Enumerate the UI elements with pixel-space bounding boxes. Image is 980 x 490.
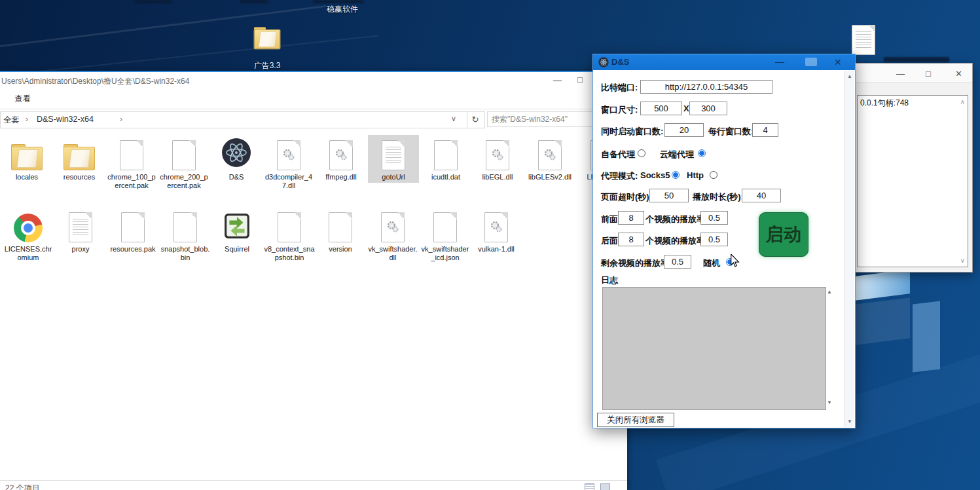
file-item[interactable]: LICENSES.chromium [3,207,54,263]
thumbnail-view-icon[interactable] [600,483,610,490]
side-title-bar [849,64,972,83]
file-label: gotoUrl [368,173,419,181]
play-duration-input[interactable] [742,189,781,202]
close-all-browsers-button[interactable]: 关闭所有浏览器 [597,413,674,427]
mouse-cursor [729,254,741,267]
window-height-input[interactable] [689,102,727,115]
minimize-button[interactable]: — [553,76,562,85]
handle-log-textarea[interactable]: 0.0.1句柄:748 ∧ ∨ [857,95,968,267]
file-item[interactable]: icudtl.dat [420,135,471,183]
maximize-button[interactable]: □ [577,75,583,84]
file-item[interactable]: resources [54,135,105,183]
dat-file-icon [434,140,458,170]
log-textarea[interactable] [602,287,826,410]
port-input[interactable] [640,80,772,94]
front-rate-label: 个视频的播放率: [645,214,708,225]
http-label: Http [687,170,704,180]
chevron-up-icon[interactable]: ∧ [960,98,965,105]
file-item[interactable]: Squirrel [211,207,263,255]
per-row-input[interactable] [752,123,778,137]
wallpaper-light-pane [850,269,910,301]
arrow-down-icon[interactable]: ▼ [847,419,852,424]
arrow-up-icon[interactable]: ▲ [847,73,852,79]
file-label: D&S [211,173,262,181]
window-width-input[interactable] [640,102,682,115]
dialog-title-bar[interactable]: D&S — ✕ [593,54,855,70]
breadcrumb-separator: › [120,115,122,124]
squirrel-icon [223,212,251,242]
http-radio[interactable] [710,171,717,179]
maximize-button[interactable]: □ [926,69,931,79]
dialog-scrollbar[interactable]: ▲ ▼ [844,71,854,427]
desktop-icon-label[interactable]: 稳赢软件 [306,4,378,15]
folder-icon [254,29,281,50]
file-item[interactable]: libGLESv2.dll [524,135,575,183]
file-item[interactable]: libEGL.dll [472,135,523,183]
file-item[interactable]: proxy [55,207,106,255]
text-file-icon [852,25,875,55]
back-rate-input[interactable] [700,233,728,246]
file-item[interactable]: locales [1,135,52,183]
play-duration-label: 播放时长(秒): [693,191,744,203]
window-size-label: 窗口尺寸: [601,104,638,116]
minimize-button[interactable]: — [775,56,784,67]
folder-icon [11,147,43,170]
own-proxy-radio[interactable] [638,149,645,157]
socks5-label: Socks5 [640,170,670,180]
file-item[interactable]: chrome_100_percent.pak [106,135,157,191]
log-line: 0.0.1句柄:748 [860,98,909,109]
file-item[interactable]: d3dcompiler_47.dll [263,135,314,191]
file-item[interactable]: vulkan-1.dll [471,207,522,255]
dll-file-icon [538,140,562,170]
chevron-down-icon[interactable]: ∨ [960,257,965,264]
file-item[interactable]: snapshot_blob.bin [160,207,211,263]
rest-rate-input[interactable] [664,255,691,269]
file-item[interactable]: version [315,207,366,255]
start-button[interactable]: 启动 [759,212,808,257]
cutoff-icon-label [134,0,172,3]
page-timeout-input[interactable] [649,189,689,202]
cloud-proxy-radio[interactable] [698,149,706,157]
file-item[interactable]: chrome_200_percent.pak [158,135,209,191]
file-label: icudtl.dat [420,173,471,181]
file-item[interactable]: vk_swiftshader_icd.json [420,207,471,263]
desktop-document-icon[interactable] [852,25,875,55]
address-bar[interactable]: 全套 › D&S-win32-x64 › ∨ [0,111,467,128]
file-item[interactable]: ffmpeg.dll [316,135,367,183]
back-count-input[interactable] [618,233,644,246]
file-item-selected[interactable]: gotoUrl [368,135,419,183]
file-item[interactable]: D&S [211,135,262,183]
arrow-up-icon[interactable]: ▲ [827,289,832,295]
file-label: resources [54,173,105,181]
close-button[interactable]: ✕ [955,69,962,79]
desktop-folder-icon[interactable]: 广告3.3 [249,28,285,71]
minimize-button[interactable]: — [896,69,905,79]
front-count-input[interactable] [618,211,644,225]
log-label: 日志 [601,274,618,286]
maximize-button[interactable] [805,58,817,66]
refresh-icon[interactable]: ↻ [466,111,485,128]
breadcrumb-parent[interactable]: 全套 [3,115,20,126]
json-file-icon [433,212,457,242]
wallpaper-light-pane [913,301,940,372]
list-view-icon[interactable] [585,483,594,490]
cloud-proxy-label: 云端代理 [660,149,694,160]
menu-view-tab[interactable]: 查看 [14,94,31,105]
dll-file-icon [484,212,508,242]
file-item[interactable]: resources.pak [107,207,158,255]
chrome-icon [14,214,43,242]
breadcrumb-current[interactable]: D&S-win32-x64 [37,115,94,124]
file-label: vk_swiftshader_icd.json [420,245,471,262]
arrow-down-icon[interactable]: ▼ [827,400,832,405]
concurrent-windows-input[interactable] [664,123,704,137]
close-button[interactable]: ✕ [834,57,842,67]
file-label: Squirrel [211,245,263,254]
file-item[interactable]: vk_swiftshader.dll [367,207,418,263]
file-item[interactable]: v8_context_snapshot.bin [264,207,315,263]
per-row-label: 每行窗口数: [708,126,753,138]
front-rate-input[interactable] [700,211,728,225]
file-explorer-window: Users\Administrator\Desktop\撸U全套\D&S-win… [0,71,627,490]
file-label: LICENSES.chromium [3,245,54,262]
socks5-radio[interactable] [672,171,680,179]
chevron-down-icon[interactable]: ∨ [451,115,456,123]
